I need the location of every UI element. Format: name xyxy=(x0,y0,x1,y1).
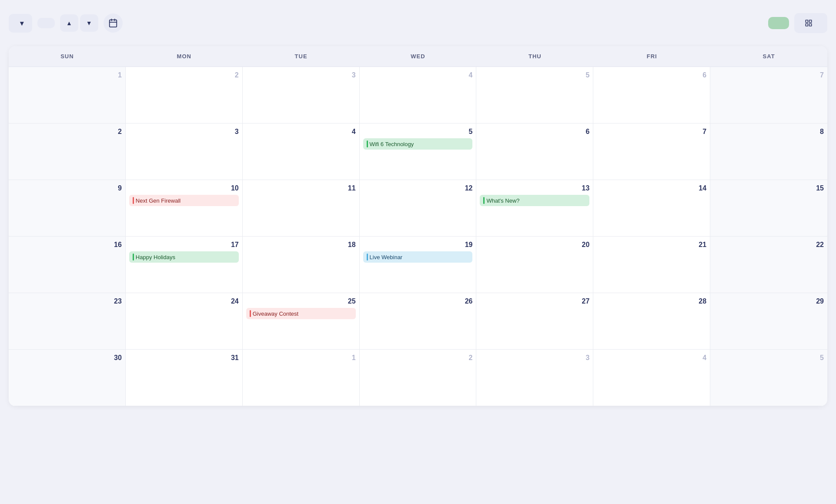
day-number: 16 xyxy=(12,241,122,249)
calendar-cell: 8 xyxy=(710,123,827,180)
calendar-cell: 20 xyxy=(476,237,593,293)
event-label: Wifi 6 Technology xyxy=(370,141,414,147)
day-number: 26 xyxy=(363,297,473,305)
day-number: 10 xyxy=(129,184,239,192)
day-number: 18 xyxy=(246,241,356,249)
calendar-cell: 3 xyxy=(243,67,360,123)
calendar-cell: 12 xyxy=(360,180,477,237)
calendar-header: SUNMONTUEWEDTHUFRISAT xyxy=(9,46,827,67)
chevron-down-icon: ▾ xyxy=(20,19,23,27)
prev-button[interactable]: ▲ xyxy=(60,14,78,32)
calendar-cell: 10Next Gen Firewall xyxy=(126,180,243,237)
calendar-cell: 3 xyxy=(476,350,593,406)
calendar-cell: 28 xyxy=(593,293,710,350)
calendar-event[interactable]: Giveaway Contest xyxy=(246,308,356,319)
day-number: 23 xyxy=(12,297,122,305)
day-header-mon: MON xyxy=(126,46,243,67)
day-number: 7 xyxy=(714,71,824,79)
day-number: 6 xyxy=(480,128,589,136)
day-number: 2 xyxy=(363,354,473,362)
day-number: 6 xyxy=(597,71,706,79)
calendar-cell: 5Wifi 6 Technology xyxy=(360,123,477,180)
calendar-cell: 5 xyxy=(710,350,827,406)
event-bar xyxy=(250,310,251,317)
chevron-up-icon: ▲ xyxy=(66,20,72,27)
day-number: 3 xyxy=(129,128,239,136)
event-label: Live Webinar xyxy=(370,254,403,260)
day-number: 2 xyxy=(12,128,122,136)
calendar-cell: 2 xyxy=(360,350,477,406)
day-number: 22 xyxy=(714,241,824,249)
day-number: 27 xyxy=(480,297,589,305)
list-records-button[interactable] xyxy=(794,13,827,33)
svg-rect-0 xyxy=(109,20,117,27)
calendar-grid: 12345672345Wifi 6 Technology678910Next G… xyxy=(9,67,827,406)
event-bar xyxy=(133,197,134,204)
event-label: Giveaway Contest xyxy=(253,310,299,317)
calendar-cell: 15 xyxy=(710,180,827,237)
event-bar xyxy=(367,254,368,260)
day-number: 28 xyxy=(597,297,706,305)
day-number: 3 xyxy=(246,71,356,79)
event-label: Happy Holidays xyxy=(136,254,175,260)
calendar-cell: 21 xyxy=(593,237,710,293)
day-header-sat: SAT xyxy=(710,46,827,67)
calendar-icon xyxy=(108,18,118,28)
calendar-cell: 16 xyxy=(9,237,126,293)
svg-rect-5 xyxy=(809,20,812,22)
calendar-icon-button[interactable] xyxy=(104,13,123,33)
day-number: 5 xyxy=(363,128,473,136)
calendar-cell: 1 xyxy=(243,350,360,406)
calendar-cell: 11 xyxy=(243,180,360,237)
next-button[interactable]: ▼ xyxy=(80,14,98,32)
calendar-cell: 4 xyxy=(593,350,710,406)
today-button[interactable] xyxy=(37,18,55,28)
calendar-cell: 3 xyxy=(126,123,243,180)
day-header-tue: TUE xyxy=(243,46,360,67)
calendar-event[interactable]: What's New? xyxy=(480,195,589,206)
month-button[interactable]: ▾ xyxy=(9,14,32,33)
calendar-cell: 4 xyxy=(360,67,477,123)
calendar-container: SUNMONTUEWEDTHUFRISAT 12345672345Wifi 6 … xyxy=(9,46,827,406)
toolbar: ▾ ▲ ▼ xyxy=(9,9,827,37)
app-container: ▾ ▲ ▼ xyxy=(0,0,836,504)
calendar-event[interactable]: Happy Holidays xyxy=(129,251,239,263)
day-number: 30 xyxy=(12,354,122,362)
calendar-cell: 9 xyxy=(9,180,126,237)
calendar-event[interactable]: Next Gen Firewall xyxy=(129,195,239,206)
day-number: 11 xyxy=(246,184,356,192)
day-number: 29 xyxy=(714,297,824,305)
calendar-cell: 19Live Webinar xyxy=(360,237,477,293)
calendar-cell: 29 xyxy=(710,293,827,350)
day-number: 14 xyxy=(597,184,706,192)
calendar-cell: 27 xyxy=(476,293,593,350)
calendar-cell: 26 xyxy=(360,293,477,350)
calendar-event[interactable]: Wifi 6 Technology xyxy=(363,138,473,150)
list-icon xyxy=(805,19,813,27)
new-record-button[interactable] xyxy=(768,17,789,29)
calendar-cell: 31 xyxy=(126,350,243,406)
event-label: Next Gen Firewall xyxy=(136,197,181,204)
calendar-cell: 24 xyxy=(126,293,243,350)
calendar-event[interactable]: Live Webinar xyxy=(363,251,473,263)
event-bar xyxy=(133,254,134,260)
day-header-fri: FRI xyxy=(593,46,710,67)
calendar-cell: 17Happy Holidays xyxy=(126,237,243,293)
day-number: 4 xyxy=(246,128,356,136)
day-number: 4 xyxy=(597,354,706,362)
calendar-cell: 23 xyxy=(9,293,126,350)
calendar-cell: 6 xyxy=(593,67,710,123)
calendar-cell: 4 xyxy=(243,123,360,180)
event-bar xyxy=(483,197,485,204)
day-header-wed: WED xyxy=(360,46,477,67)
svg-rect-4 xyxy=(806,20,808,22)
event-label: What's New? xyxy=(486,197,519,204)
day-number: 7 xyxy=(597,128,706,136)
day-number: 13 xyxy=(480,184,589,192)
day-number: 9 xyxy=(12,184,122,192)
day-number: 21 xyxy=(597,241,706,249)
day-number: 4 xyxy=(363,71,473,79)
calendar-cell: 7 xyxy=(710,67,827,123)
calendar-cell: 1 xyxy=(9,67,126,123)
calendar-cell: 14 xyxy=(593,180,710,237)
